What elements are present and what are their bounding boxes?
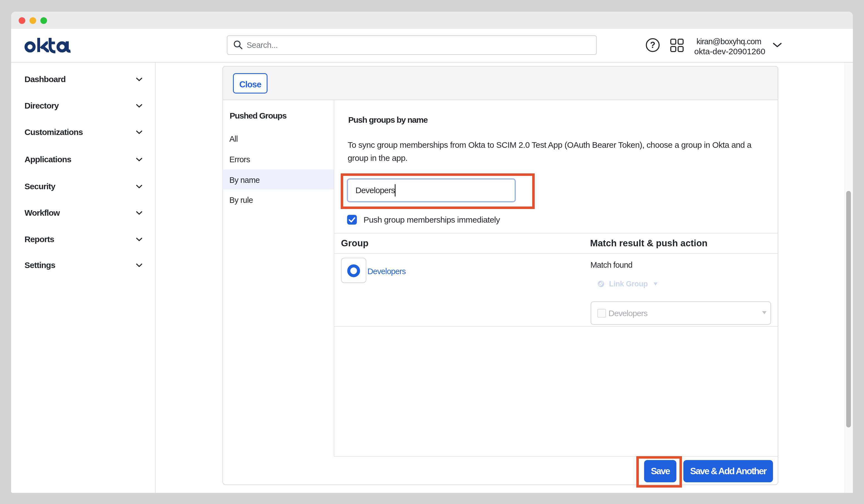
svg-text:?: ? — [650, 40, 656, 50]
